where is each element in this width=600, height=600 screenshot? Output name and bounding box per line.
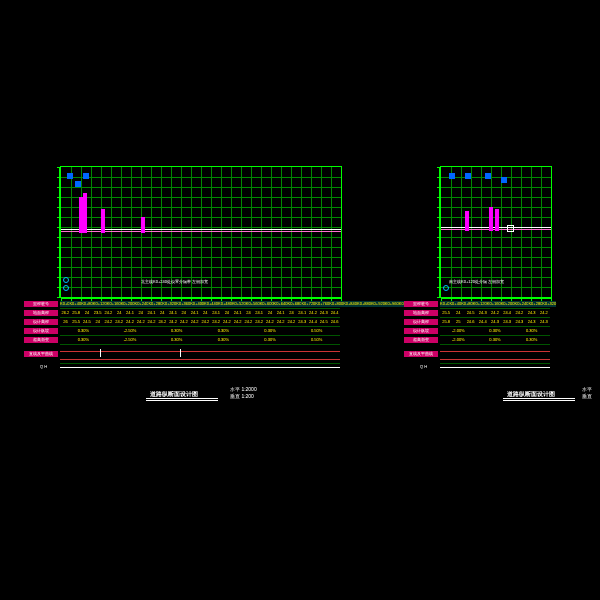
data-cell: 0.30%: [153, 328, 200, 334]
data-cell: 24.2: [146, 319, 157, 325]
data-cell: 0.30%: [153, 337, 200, 343]
data-cell: 0.30%: [200, 337, 247, 343]
data-cell: 24.2: [254, 319, 265, 325]
data-cell: 24.2: [489, 310, 501, 316]
scale-h-l: 水平 1:2000: [230, 386, 257, 392]
left-profile-panel: 北主线K0+240处设置分隔带 左侧加宽 里程桩号K0+0K0+40K0+80K…: [60, 166, 340, 298]
data-cell: 24.1: [232, 310, 243, 316]
data-cell: 0.30%: [477, 337, 514, 343]
data-cell: -2.00%: [440, 328, 477, 334]
data-cell: 0.30%: [247, 328, 294, 334]
data-cell: 23.5: [92, 310, 103, 316]
data-cell: 0.30%: [513, 337, 550, 343]
data-cell: K0+760: [315, 301, 329, 307]
right-data-table: 里程桩号K0+0K0+40K0+80K0+120K0+160K0+200K0+2…: [440, 300, 550, 370]
data-cell: K0+200: [501, 301, 515, 307]
data-cell: 24.4: [477, 319, 489, 325]
data-cell: 24.3: [513, 319, 525, 325]
data-cell: 24.1: [275, 310, 286, 316]
data-cell: 24.3: [489, 319, 501, 325]
data-cell: 24.2: [125, 319, 136, 325]
data-cell: K0+240: [515, 301, 529, 307]
data-cell: 24.2: [178, 319, 189, 325]
data-cell: K0+80: [81, 301, 93, 307]
data-cell: 26.2: [60, 310, 71, 316]
data-cell: 24.2: [114, 319, 125, 325]
data-cell: 24.2: [135, 319, 146, 325]
data-cell: 25.8: [71, 310, 82, 316]
row-label: 设计纵坡: [24, 328, 58, 334]
data-cell: 24.2: [308, 310, 319, 316]
data-cell: 24: [452, 310, 464, 316]
data-cell: K0+640: [274, 301, 288, 307]
scale-h-r: 水平: [582, 386, 592, 392]
scale-v-r: 垂直: [582, 393, 592, 399]
data-cell: 24.2: [513, 310, 525, 316]
row-label: 地面高程: [404, 310, 438, 316]
data-cell: K0+0: [60, 301, 69, 307]
data-cell: 24.4: [329, 310, 340, 316]
data-cell: 24.2: [157, 319, 168, 325]
row-label: 设计高程: [24, 319, 58, 325]
data-cell: K0+40: [69, 301, 81, 307]
data-cell: K0+120: [93, 301, 107, 307]
annotation-left-1: 北主线K0+240处设置分隔带 左侧加宽: [141, 279, 208, 284]
data-cell: 25.5: [440, 310, 452, 316]
data-cell: 24.5: [82, 319, 93, 325]
data-cell: 24.4: [501, 310, 513, 316]
row-label: 设计高程: [404, 319, 438, 325]
data-cell: K0+560: [246, 301, 260, 307]
data-cell: 26: [60, 319, 71, 325]
data-cell: 24.2: [286, 319, 297, 325]
data-cell: 24.4: [308, 319, 319, 325]
data-cell: 25.5: [71, 319, 82, 325]
row-label: 里程桩号: [404, 301, 438, 307]
data-cell: K0+680: [288, 301, 302, 307]
left-grid: 北主线K0+240处设置分隔带 左侧加宽: [60, 166, 342, 298]
data-cell: 24: [265, 310, 276, 316]
data-cell: -2.50%: [107, 328, 154, 334]
right-profile-panel: 南主线K0+120处分隔 左侧加宽 里程桩号K0+0K0+40K0+80K0+1…: [440, 166, 550, 298]
data-cell: 24.1: [211, 310, 222, 316]
data-cell: 24.5: [464, 310, 476, 316]
data-cell: 24: [82, 310, 93, 316]
data-cell: K0+320: [542, 301, 556, 307]
data-cell: 24: [135, 310, 146, 316]
data-cell: 0.30%: [200, 328, 247, 334]
data-cell: K0+400: [190, 301, 204, 307]
data-cell: K0+280: [528, 301, 542, 307]
data-cell: 24.3: [318, 310, 329, 316]
data-cell: 24.3: [297, 319, 308, 325]
data-cell: 24.3: [526, 319, 538, 325]
data-cell: -2.00%: [440, 337, 477, 343]
data-cell: 24.1: [125, 310, 136, 316]
data-cell: K0+160: [487, 301, 501, 307]
data-cell: K0+80: [461, 301, 473, 307]
data-cell: 25: [452, 319, 464, 325]
data-cell: 24.1: [297, 310, 308, 316]
data-cell: 24.6: [464, 319, 476, 325]
data-cell: 24: [200, 310, 211, 316]
data-cell: 24.3: [501, 319, 513, 325]
data-cell: 24.2: [189, 319, 200, 325]
data-cell: K0+240: [135, 301, 149, 307]
right-grid: 南主线K0+120处分隔 左侧加宽: [440, 166, 552, 298]
data-cell: 24: [221, 310, 232, 316]
data-cell: 24.3: [538, 319, 550, 325]
row-label-curve-r: 直线及平曲线: [404, 351, 438, 357]
data-cell: K0+200: [121, 301, 135, 307]
row-label: 超高渐变: [404, 337, 438, 343]
row-label: 里程桩号: [24, 301, 58, 307]
data-cell: 24.2: [103, 319, 114, 325]
data-cell: 24.2: [211, 319, 222, 325]
left-data-table: 里程桩号K0+0K0+40K0+80K0+120K0+160K0+200K0+2…: [60, 300, 340, 370]
data-cell: K0+720: [301, 301, 315, 307]
data-cell: K0+0: [440, 301, 449, 307]
data-cell: 0.50%: [293, 328, 340, 334]
data-cell: 24.2: [265, 319, 276, 325]
data-cell: K0+440: [204, 301, 218, 307]
data-cell: 24.6: [329, 319, 340, 325]
cad-canvas: 北主线K0+240处设置分隔带 左侧加宽 里程桩号K0+0K0+40K0+80K…: [0, 0, 600, 600]
data-cell: 0.30%: [60, 328, 107, 334]
data-cell: K0+840: [343, 301, 357, 307]
